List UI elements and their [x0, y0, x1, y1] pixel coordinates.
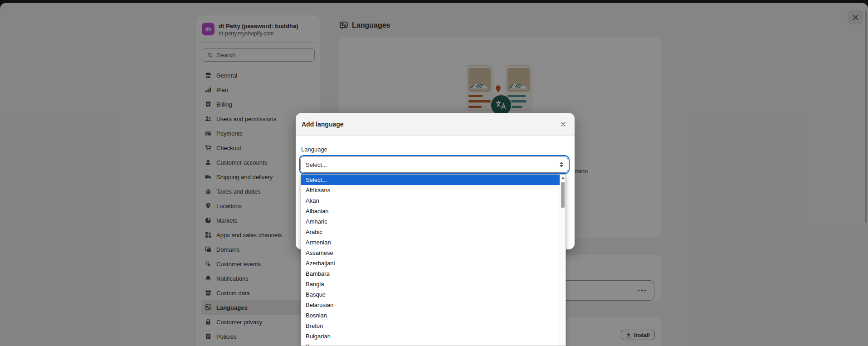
dropdown-option-select[interactable]: Select...: [301, 175, 560, 185]
select-stepper-icon: [560, 162, 563, 167]
scroll-up-icon[interactable]: [560, 175, 566, 181]
dropdown-option[interactable]: Amharic: [301, 216, 560, 227]
modal-header: Add language: [296, 113, 575, 136]
language-dropdown: Select... Afrikaans Akan Albanian Amhari…: [301, 174, 566, 346]
dropdown-option[interactable]: Belarusian: [301, 300, 560, 310]
dropdown-option[interactable]: Bulgarian: [301, 331, 560, 341]
dropdown-option[interactable]: Bangla: [301, 279, 560, 289]
dropdown-option[interactable]: Armenian: [301, 237, 560, 248]
dropdown-option[interactable]: Breton: [301, 321, 560, 331]
dropdown-option[interactable]: Bosnian: [301, 310, 560, 321]
dropdown-option[interactable]: Burmese: [301, 341, 560, 346]
dropdown-option[interactable]: Azerbaijani: [301, 258, 560, 268]
modal-close-button[interactable]: [558, 119, 568, 129]
language-select-value: Select...: [306, 161, 327, 168]
language-field-label: Language: [301, 146, 327, 153]
dropdown-scrollbar[interactable]: [560, 175, 566, 346]
dropdown-option[interactable]: Afrikaans: [301, 185, 560, 195]
dropdown-option[interactable]: Assamese: [301, 248, 560, 258]
dropdown-option[interactable]: Bambara: [301, 268, 560, 279]
dropdown-option[interactable]: Akan: [301, 195, 560, 206]
language-options: Select... Afrikaans Akan Albanian Amhari…: [301, 175, 560, 346]
scrollbar-thumb[interactable]: [561, 182, 565, 208]
modal-title: Add language: [302, 121, 344, 128]
dropdown-option[interactable]: Basque: [301, 289, 560, 300]
dropdown-option[interactable]: Albanian: [301, 206, 560, 216]
dropdown-option[interactable]: Arabic: [301, 227, 560, 237]
close-icon: [560, 121, 566, 127]
language-select[interactable]: Select...: [300, 156, 568, 173]
